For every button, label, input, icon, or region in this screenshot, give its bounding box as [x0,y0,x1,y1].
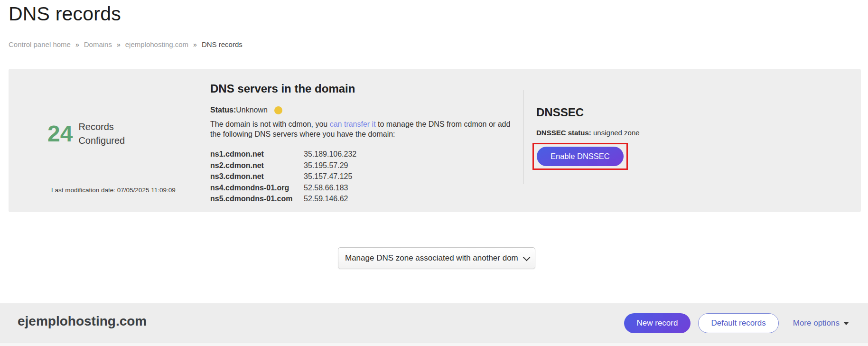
red-highlight-box: Enable DNSSEC [532,143,628,170]
nameserver-row: ns4.cdmondns-01.org 52.58.66.183 [210,182,523,194]
manage-dns-zone-select[interactable]: Manage DNS zone associated with another … [338,247,535,269]
domain-title: ejemplohosting.com [18,314,147,329]
nameserver-ip: 52.59.146.62 [304,193,348,205]
breadcrumb-domain[interactable]: ejemplohosting.com [125,40,188,48]
domain-bar-actions: New record Default records More options [624,313,849,333]
status-value: Unknown [236,106,268,114]
breadcrumb-separator: » [193,41,197,48]
dnssec-status-label: DNSSEC status: [536,129,591,137]
dns-description: The domain is not with cdmon, you can tr… [210,119,519,139]
vertical-divider [200,87,200,198]
nameserver-name: ns2.cdmon.net [210,160,304,171]
can-transfer-it-link[interactable]: can transfer it [330,120,376,128]
breadcrumb: Control panel home » Domains » ejemploho… [9,40,243,48]
nameserver-name: ns5.cdmondns-01.com [210,193,304,205]
nameserver-ip: 35.189.106.232 [304,149,356,160]
nameserver-row: ns1.cdmon.net 35.189.106.232 [210,149,523,160]
more-options-menu[interactable]: More options [793,318,849,328]
dnssec-status-line: DNSSEC status: unsigned zone [536,129,640,137]
dns-records-page: DNS records Control panel home » Domains… [0,0,868,346]
enable-dnssec-button[interactable]: Enable DNSSEC [537,147,624,166]
nameserver-name: ns3.cdmon.net [210,171,304,182]
page-title: DNS records [9,3,121,25]
chevron-down-icon [523,253,531,261]
summary-panel: 24 Records Configured Last modification … [9,69,861,212]
status-label: Status: [210,106,236,114]
records-configured-block: 24 Records Configured [47,120,125,148]
zone-select-value: Manage DNS zone associated with another … [345,253,519,263]
nameserver-row: ns5.cdmondns-01.com 52.59.146.62 [210,193,523,205]
nameserver-table: ns1.cdmon.net 35.189.106.232 ns2.cdmon.n… [210,149,523,205]
dns-servers-heading: DNS servers in the domain [210,82,523,95]
records-count: 24 [47,122,73,145]
breadcrumb-separator: » [75,41,79,48]
triangle-down-icon [843,322,849,325]
default-records-button[interactable]: Default records [698,313,778,333]
records-count-label: Records Configured [78,120,125,148]
nameserver-ip: 35.157.47.125 [304,171,352,182]
breadcrumb-separator: » [117,41,121,48]
dns-status-line: Status: Unknown [210,106,523,114]
dns-servers-section: DNS servers in the domain Status: Unknow… [210,82,523,205]
vertical-divider [523,90,524,184]
status-unknown-dot-icon [274,106,282,114]
nameserver-name: ns1.cdmon.net [210,149,304,160]
nameserver-row: ns3.cdmon.net 35.157.47.125 [210,171,523,182]
breadcrumb-control-panel-home[interactable]: Control panel home [9,40,71,48]
breadcrumb-current: DNS records [202,40,243,48]
nameserver-row: ns2.cdmon.net 35.195.57.29 [210,160,523,171]
breadcrumb-domains[interactable]: Domains [84,40,112,48]
dnssec-status-value: unsigned zone [591,129,640,137]
nameserver-ip: 52.58.66.183 [304,182,348,194]
nameserver-name: ns4.cdmondns-01.org [210,182,304,194]
more-options-label: More options [793,318,840,328]
dnssec-section: DNSSEC DNSSEC status: unsigned zone Enab… [536,106,640,170]
records-table-top-strip [0,343,868,346]
dnssec-heading: DNSSEC [536,106,640,119]
nameserver-ip: 35.195.57.29 [304,160,348,171]
new-record-button[interactable]: New record [624,313,691,333]
last-modification-date: Last modification date: 07/05/2025 11:09… [51,187,176,194]
domain-records-bar: ejemplohosting.com New record Default re… [0,303,868,343]
